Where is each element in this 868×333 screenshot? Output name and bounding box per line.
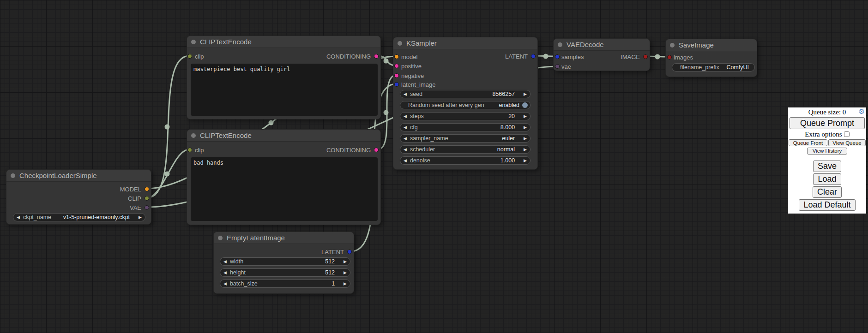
node-collapse-dot[interactable] (670, 43, 675, 48)
input-slot-negative: negative (393, 72, 537, 79)
output-slot-image: IMAGE (554, 53, 650, 60)
node-title-bar[interactable]: EmptyLatentImage (214, 232, 354, 244)
load-default-button[interactable]: Load Default (799, 199, 855, 211)
steps-widget[interactable]: ◀ steps 20 ▶ (400, 112, 530, 120)
increment-arrow-icon[interactable]: ▶ (340, 259, 350, 264)
queue-prompt-button[interactable]: Queue Prompt (790, 117, 865, 129)
extra-options-checkbox[interactable] (844, 131, 850, 137)
input-slot-latent-image: latent_image (393, 81, 537, 88)
prompt-textarea[interactable]: bad hands (191, 157, 378, 221)
width-widget[interactable]: ◀ width 512 ▶ (220, 257, 350, 266)
input-slot-vae: vae (554, 63, 650, 70)
node-collapse-dot[interactable] (11, 173, 15, 178)
increment-arrow-icon[interactable]: ▶ (520, 147, 530, 152)
images-input-port[interactable] (667, 55, 672, 59)
node-title-bar[interactable]: SaveImage (666, 39, 757, 51)
decrement-arrow-icon[interactable]: ◀ (13, 215, 23, 220)
height-widget[interactable]: ◀ height 512 ▶ (220, 268, 350, 277)
node-ksampler[interactable]: KSampler model positive negative latent_… (393, 37, 538, 170)
output-slot-latent: LATENT (214, 248, 354, 256)
node-collapse-dot[interactable] (191, 133, 196, 138)
decrement-arrow-icon[interactable]: ◀ (400, 147, 410, 152)
sampler-name-widget[interactable]: ◀ sampler_name euler ▶ (400, 134, 530, 143)
decrement-arrow-icon[interactable]: ◀ (400, 158, 410, 163)
node-title-bar[interactable]: CLIPTextEncode (187, 130, 380, 142)
increment-arrow-icon[interactable]: ▶ (520, 114, 530, 119)
seed-widget[interactable]: ◀ seed 8566257 ▶ (400, 90, 530, 98)
node-title: CheckpointLoaderSimple (19, 170, 97, 182)
decrement-arrow-icon[interactable]: ◀ (220, 259, 230, 264)
queue-size-label: Queue size: 0 (808, 108, 846, 116)
node-title-bar[interactable]: CheckpointLoaderSimple (6, 170, 151, 182)
latent-input-port[interactable] (394, 82, 399, 87)
input-slot-positive: positive (393, 62, 537, 70)
positive-input-port[interactable] (394, 64, 399, 68)
vae-input-port[interactable] (555, 64, 560, 69)
queue-front-button[interactable]: Queue Front (789, 139, 827, 146)
latent-output-port[interactable] (531, 54, 536, 59)
output-slot-model: MODEL (6, 185, 151, 193)
node-title: CLIPTextEncode (200, 130, 252, 142)
view-queue-button[interactable]: View Queue (828, 139, 866, 146)
node-cliptextencode-negative[interactable]: CLIPTextEncode clip CONDITIONING bad han… (187, 129, 381, 225)
increment-arrow-icon[interactable]: ▶ (340, 270, 350, 275)
decrement-arrow-icon[interactable]: ◀ (400, 136, 410, 141)
node-title-bar[interactable]: KSampler (393, 37, 537, 49)
batch-size-widget[interactable]: ◀ batch_size 1 ▶ (220, 279, 350, 288)
node-title: SaveImage (679, 39, 714, 51)
node-graph-canvas[interactable]: CheckpointLoaderSimple MODEL CLIP VAE ◀ … (0, 0, 868, 333)
output-slot-conditioning: CONDITIONING (187, 146, 380, 154)
increment-arrow-icon[interactable]: ▶ (135, 215, 145, 220)
save-button[interactable]: Save (813, 161, 841, 172)
increment-arrow-icon[interactable]: ▶ (520, 92, 530, 96)
node-emptylatentimage[interactable]: EmptyLatentImage LATENT ◀ width 512 ▶ ◀ … (213, 232, 354, 294)
node-collapse-dot[interactable] (398, 41, 402, 46)
decrement-arrow-icon[interactable]: ◀ (220, 281, 230, 286)
node-collapse-dot[interactable] (191, 40, 196, 44)
node-collapse-dot[interactable] (558, 42, 562, 47)
vae-output-port[interactable] (145, 205, 149, 210)
decrement-arrow-icon[interactable]: ◀ (220, 270, 230, 275)
random-seed-toggle-widget[interactable]: Random seed after every gen enabled (400, 101, 530, 109)
node-checkpointloadersimple[interactable]: CheckpointLoaderSimple MODEL CLIP VAE ◀ … (6, 169, 151, 225)
node-title-bar[interactable]: VAEDecode (554, 39, 650, 51)
load-button[interactable]: Load (813, 173, 841, 185)
conditioning-output-port[interactable] (374, 54, 379, 59)
decrement-arrow-icon[interactable]: ◀ (400, 92, 410, 96)
toggle-on-icon[interactable] (522, 102, 528, 108)
increment-arrow-icon[interactable]: ▶ (520, 136, 530, 141)
cfg-widget[interactable]: ◀ cfg 8.000 ▶ (400, 123, 530, 131)
latent-output-port[interactable] (347, 250, 352, 254)
filename-prefix-widget[interactable]: filename_prefix ComfyUI (672, 63, 755, 71)
output-slot-latent: LATENT (393, 53, 537, 60)
denoise-widget[interactable]: ◀ denoise 1.000 ▶ (400, 156, 530, 165)
increment-arrow-icon[interactable]: ▶ (340, 281, 350, 286)
negative-input-port[interactable] (394, 73, 399, 78)
node-cliptextencode-positive[interactable]: CLIPTextEncode clip CONDITIONING masterp… (187, 36, 381, 119)
image-output-port[interactable] (643, 54, 648, 59)
settings-gear-icon[interactable]: ⚙ (859, 108, 865, 115)
node-title: CLIPTextEncode (200, 36, 252, 48)
output-slot-clip: CLIP (6, 195, 151, 202)
conditioning-output-port[interactable] (374, 148, 379, 152)
extra-options-label: Extra options (805, 131, 842, 138)
model-output-port[interactable] (145, 187, 149, 191)
node-title: EmptyLatentImage (227, 232, 285, 244)
node-title: KSampler (406, 37, 437, 49)
clip-output-port[interactable] (145, 196, 149, 201)
output-slot-vae: VAE (6, 204, 151, 211)
node-saveimage[interactable]: SaveImage images filename_prefix ComfyUI (665, 39, 757, 77)
clear-button[interactable]: Clear (813, 186, 842, 198)
increment-arrow-icon[interactable]: ▶ (520, 158, 530, 163)
view-history-button[interactable]: View History (807, 148, 847, 155)
ckpt-name-value: v1-5-pruned-emaonly.ckpt (63, 214, 130, 220)
node-collapse-dot[interactable] (218, 236, 223, 240)
decrement-arrow-icon[interactable]: ◀ (400, 114, 410, 119)
increment-arrow-icon[interactable]: ▶ (520, 125, 530, 130)
decrement-arrow-icon[interactable]: ◀ (400, 125, 410, 130)
node-title-bar[interactable]: CLIPTextEncode (187, 36, 380, 48)
prompt-textarea[interactable]: masterpiece best quality girl (191, 64, 378, 116)
scheduler-widget[interactable]: ◀ scheduler normal ▶ (400, 145, 530, 154)
node-vaedecode[interactable]: VAEDecode samples vae IMAGE (553, 38, 650, 71)
ckpt-name-combo[interactable]: ◀ ckpt_name v1-5-pruned-emaonly.ckpt ▶ (13, 213, 145, 221)
